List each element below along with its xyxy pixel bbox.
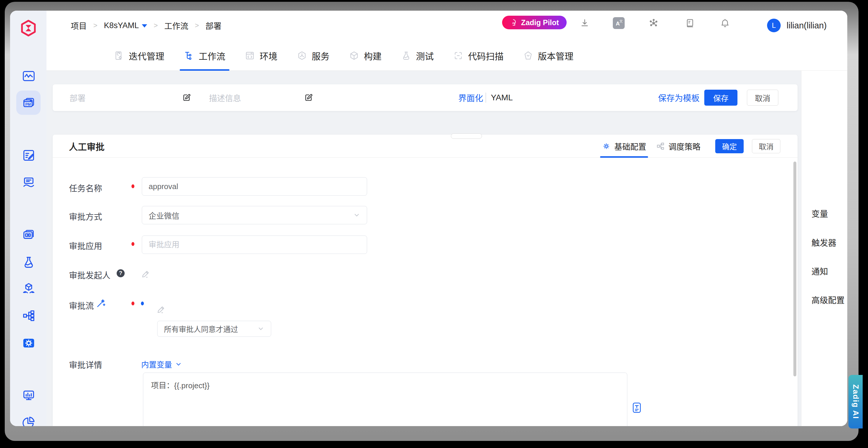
svg-text:AI: AI xyxy=(512,22,515,25)
tab-environment[interactable]: 环境 xyxy=(245,40,277,71)
rail-item-notifications[interactable]: 通知 xyxy=(811,265,828,277)
approval-policy-select[interactable]: 所有审批人同意才通过 xyxy=(157,321,271,337)
tab-schedule-policy[interactable]: 调度策略 xyxy=(656,135,701,158)
module-nav: 迭代管理 工作流 xyxy=(114,40,574,71)
tab-workflow[interactable]: 工作流 xyxy=(184,40,225,71)
release-icon xyxy=(523,51,533,61)
tab-basic-config[interactable]: 基础配置 xyxy=(602,135,646,158)
user-avatar[interactable]: L xyxy=(767,19,781,32)
approval-app-input[interactable] xyxy=(142,235,367,254)
confirm-button[interactable]: 确定 xyxy=(715,139,744,153)
integrations-icon[interactable] xyxy=(649,18,659,28)
approval-initiator-label: 审批发起人 xyxy=(69,269,111,281)
breadcrumb-workflows[interactable]: 工作流 xyxy=(164,20,188,31)
panel-header: 人工审批 基础配置 xyxy=(53,135,798,158)
approval-type-select[interactable]: 企业微信 xyxy=(142,206,367,224)
breadcrumb-separator: > xyxy=(195,21,199,30)
workflow-icon xyxy=(184,51,194,61)
builtin-variables-label: 内置变量 xyxy=(141,359,172,370)
tab-code-scan[interactable]: 代码扫描 xyxy=(453,40,503,71)
ai-head-icon: AI xyxy=(510,18,518,27)
tab-test[interactable]: 测试 xyxy=(401,40,434,71)
language-switch-icon[interactable]: A 文 xyxy=(613,17,625,29)
environment-icon xyxy=(245,51,255,61)
tab-iteration-management[interactable]: 迭代管理 xyxy=(114,40,164,71)
save-as-template-link[interactable]: 保存为模板 xyxy=(658,84,700,111)
docs-icon[interactable] xyxy=(685,18,695,28)
avatar-initial: L xyxy=(772,21,776,30)
required-dot xyxy=(131,184,134,188)
tab-service[interactable]: 服务 xyxy=(297,40,330,71)
approval-app-label: 审批应用 xyxy=(69,240,102,252)
gear-icon xyxy=(602,142,611,151)
mode-ui-toggle[interactable]: 界面化 xyxy=(458,84,483,111)
edit-name-icon[interactable] xyxy=(182,93,191,102)
tab-release-management[interactable]: 版本管理 xyxy=(523,40,574,71)
task-name-label: 任务名称 xyxy=(69,182,102,194)
breadcrumb-current: 部署 xyxy=(206,20,221,31)
sidebar-item-settings-icon[interactable] xyxy=(22,336,35,350)
svg-text:PM: PM xyxy=(26,102,31,106)
required-dot xyxy=(131,242,134,246)
zadig-ai-label: Zadig AI xyxy=(851,384,860,419)
approval-policy-value: 所有审批人同意才通过 xyxy=(164,323,238,334)
chevron-down-icon xyxy=(257,325,265,332)
task-name-input[interactable] xyxy=(142,177,367,196)
breadcrumb-projects[interactable]: 项目 xyxy=(71,20,87,31)
chevron-down-icon xyxy=(353,212,360,219)
workflow-description-field[interactable]: 描述信息 xyxy=(209,84,241,111)
approval-flow-config-icon[interactable] xyxy=(96,298,106,308)
tab-label: 迭代管理 xyxy=(129,49,164,62)
right-rail: 变量 触发器 通知 高级配置 xyxy=(801,71,847,426)
rich-text-icon[interactable] xyxy=(633,403,641,413)
sidebar-item-delivery-desk-icon[interactable] xyxy=(22,176,35,189)
project-dropdown-caret-icon[interactable] xyxy=(142,24,147,28)
app-window: PM xyxy=(10,11,847,426)
build-icon xyxy=(349,51,359,61)
help-icon[interactable]: ? xyxy=(117,269,125,277)
breadcrumb-project-name[interactable]: K8sYAML xyxy=(104,21,147,30)
download-icon[interactable] xyxy=(580,18,590,28)
panel-cancel-button[interactable]: 取消 xyxy=(752,139,780,153)
tab-label: 调度策略 xyxy=(669,140,701,152)
sidebar-item-pipeline-icon[interactable] xyxy=(22,309,35,323)
rail-item-advanced-config[interactable]: 高级配置 xyxy=(811,294,845,306)
approval-detail-textarea[interactable]: 项目：{{.project}} xyxy=(143,373,627,426)
approval-type-value: 企业微信 xyxy=(149,210,179,221)
code-scan-icon xyxy=(453,51,463,61)
sidebar-item-workflows-icon[interactable] xyxy=(22,228,35,242)
approval-detail-label: 审批详情 xyxy=(69,359,102,371)
cancel-button[interactable]: 取消 xyxy=(747,90,778,106)
zadig-ai-tab[interactable]: Zadig AI xyxy=(848,375,863,428)
edit-initiator-icon[interactable] xyxy=(142,269,150,278)
panel-scrollbar[interactable] xyxy=(794,162,796,376)
schedule-icon xyxy=(656,142,665,151)
iteration-icon xyxy=(114,51,124,61)
user-name[interactable]: lilian(lilian) xyxy=(786,11,827,40)
workflow-name-field[interactable]: 部署 xyxy=(69,84,86,111)
builtin-variables-dropdown[interactable]: 内置变量 xyxy=(141,359,182,370)
notifications-bell-icon[interactable] xyxy=(720,18,730,28)
sidebar-item-test-icon[interactable] xyxy=(22,255,35,269)
save-button[interactable]: 保存 xyxy=(704,90,738,106)
sidebar-item-edit-doc-icon[interactable] xyxy=(22,149,35,162)
panel-drag-handle[interactable] xyxy=(451,133,482,139)
edit-description-icon[interactable] xyxy=(304,93,313,102)
mode-yaml-toggle[interactable]: YAML xyxy=(491,84,513,111)
zadig-pilot-button[interactable]: AI Zadig Pilot xyxy=(502,16,567,29)
tab-build[interactable]: 构建 xyxy=(349,40,381,71)
zadig-logo-icon[interactable] xyxy=(20,20,37,37)
sidebar-item-monitor-icon[interactable] xyxy=(22,388,35,402)
approval-config-panel: 人工审批 基础配置 xyxy=(53,135,798,426)
rail-item-variables[interactable]: 变量 xyxy=(811,207,828,219)
sidebar-item-reports-icon[interactable] xyxy=(22,416,35,426)
sidebar-item-projects-icon[interactable]: PM xyxy=(22,96,35,110)
approval-type-label: 审批方式 xyxy=(69,211,102,222)
edit-approval-flow-icon[interactable] xyxy=(157,305,166,314)
breadcrumb-separator: > xyxy=(93,21,97,30)
sidebar-item-delivery-icon[interactable] xyxy=(22,282,35,296)
sidebar-item-insight-icon[interactable] xyxy=(22,69,35,83)
tab-label: 构建 xyxy=(364,49,381,62)
tab-label: 环境 xyxy=(260,49,277,62)
rail-item-triggers[interactable]: 触发器 xyxy=(811,236,836,248)
